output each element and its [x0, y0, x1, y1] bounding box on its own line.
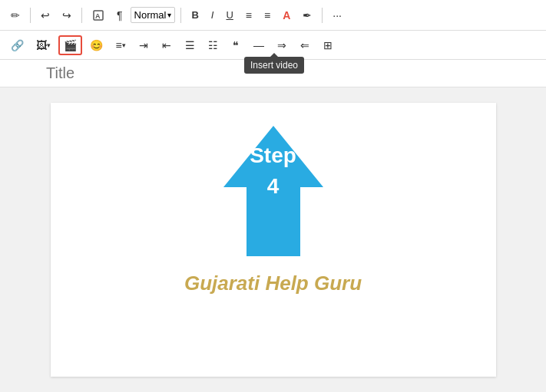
outdent-button[interactable]: ⇤ — [157, 35, 177, 55]
extra-button[interactable]: ⊞ — [318, 35, 338, 55]
image-button[interactable]: 🖼 ▾ — [31, 35, 55, 55]
align-chevron-icon: ▾ — [122, 41, 126, 49]
outdent-icon: ⇤ — [162, 39, 171, 51]
link-button[interactable]: 🔗 — [6, 35, 28, 55]
align-icon: ≡ — [264, 9, 270, 21]
blockquote-icon: ❝ — [233, 39, 239, 51]
format-a-icon: A — [92, 9, 104, 21]
italic-button[interactable]: I — [207, 6, 219, 24]
align-button[interactable]: ≡ — [260, 6, 275, 25]
editor-wrapper: ✏ ↩ ↪ A ¶ Normal ▾ B I U — [0, 0, 546, 392]
paragraph-icon: ¶ — [117, 9, 123, 21]
ltr-icon: ⇒ — [277, 39, 286, 51]
format-a-button[interactable]: A — [88, 6, 109, 25]
chevron-down-icon: ▾ — [167, 11, 171, 19]
indent-icon: ⇥ — [139, 39, 148, 51]
content-area: Step 4 Gujarati Help Guru — [0, 87, 546, 392]
link-icon: 🔗 — [11, 39, 24, 51]
redo-button[interactable]: ↪ — [58, 6, 76, 25]
emoji-button[interactable]: 😊 — [85, 35, 108, 55]
brand-text: Gujarati Help Guru — [184, 272, 362, 295]
page-canvas: Step 4 Gujarati Help Guru — [51, 103, 496, 377]
italic-icon: I — [211, 9, 214, 21]
strikethrough-button[interactable]: ≡ — [241, 6, 256, 25]
strikethrough-icon: ≡ — [246, 9, 252, 21]
insert-video-tooltip: Insert video — [244, 57, 304, 74]
format-select-label: Normal — [134, 9, 167, 21]
image-icon: 🖼 — [36, 39, 47, 51]
undo-icon: ↩ — [41, 9, 50, 21]
pen-icon: ✏ — [11, 9, 20, 21]
more-icon: ··· — [333, 9, 342, 21]
highlight-icon: ✒ — [303, 9, 312, 21]
emoji-icon: 😊 — [90, 39, 103, 51]
toolbar-row2: 🔗 🖼 ▾ 🎬 😊 ≡ ▾ ⇥ ⇤ ☰ ☷ ❝ — [0, 31, 546, 60]
rtl-icon: ⇐ — [300, 39, 309, 51]
step-arrow-container: Step 4 — [223, 126, 323, 256]
bullet-list-button[interactable]: ☰ — [180, 35, 200, 55]
font-color-icon: A — [283, 9, 290, 21]
ltr-button[interactable]: ⇒ — [272, 35, 292, 55]
svg-text:A: A — [95, 12, 101, 20]
number-list-icon: ☷ — [208, 39, 218, 51]
separator1 — [30, 8, 31, 23]
separator2 — [81, 8, 82, 23]
more-button[interactable]: ··· — [328, 6, 346, 25]
font-color-button[interactable]: A — [278, 6, 295, 25]
format-select[interactable]: Normal ▾ — [131, 7, 176, 23]
number-list-button[interactable]: ☷ — [203, 35, 223, 55]
toolbar-row1: ✏ ↩ ↪ A ¶ Normal ▾ B I U — [0, 0, 546, 31]
underline-button[interactable]: U — [221, 6, 237, 24]
redo-icon: ↪ — [62, 9, 71, 21]
align-center-button[interactable]: ≡ ▾ — [111, 35, 131, 55]
tooltip-text: Insert video — [250, 60, 298, 71]
rtl-button[interactable]: ⇐ — [295, 35, 315, 55]
arrow-step-text: Step — [250, 145, 296, 166]
underline-icon: U — [226, 9, 233, 21]
arrow-num-text: 4 — [267, 176, 280, 197]
extra-icon: ⊞ — [323, 39, 333, 51]
video-icon: 🎬 — [64, 39, 77, 51]
blockquote-button[interactable]: ❝ — [226, 35, 246, 55]
bold-icon: B — [191, 9, 198, 21]
align-center-icon: ≡ — [115, 39, 121, 51]
indent-button[interactable]: ⇥ — [134, 35, 154, 55]
separator3 — [180, 8, 181, 23]
image-chevron-icon: ▾ — [47, 41, 51, 49]
bullet-list-icon: ☰ — [185, 39, 195, 51]
hr-button[interactable]: — — [249, 35, 269, 55]
pen-button[interactable]: ✏ — [6, 6, 25, 25]
highlight-button[interactable]: ✒ — [298, 6, 316, 25]
paragraph-button[interactable]: ¶ — [112, 6, 127, 25]
undo-button[interactable]: ↩ — [36, 6, 55, 25]
bold-button[interactable]: B — [187, 6, 203, 24]
video-button[interactable]: 🎬 — [58, 35, 82, 55]
separator4 — [322, 8, 323, 23]
hr-icon: — — [253, 39, 264, 51]
